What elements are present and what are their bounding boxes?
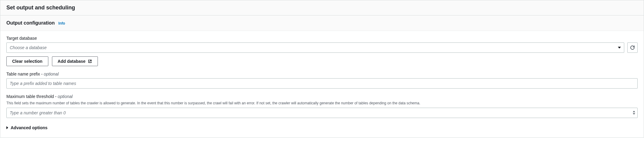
optional-text: optional [44, 72, 59, 76]
panel-title: Output configuration [6, 20, 55, 26]
max-threshold-label: Maximum table threshold - optional [6, 94, 638, 99]
target-database-placeholder: Choose a database [10, 45, 46, 50]
chevron-right-icon [6, 126, 8, 129]
table-prefix-label: Table name prefix - optional [6, 72, 638, 76]
external-link-icon [88, 59, 92, 63]
page-header: Set output and scheduling [0, 0, 644, 15]
table-prefix-input[interactable] [6, 78, 638, 89]
table-prefix-group: Table name prefix - optional [6, 72, 638, 89]
optional-text: optional [58, 94, 73, 99]
info-link[interactable]: Info [58, 21, 65, 25]
add-database-label: Add database [58, 59, 86, 64]
max-threshold-description: This field sets the maximum number of ta… [6, 101, 638, 106]
max-threshold-input[interactable] [6, 108, 638, 118]
target-database-group: Target database Choose a database Clear … [6, 36, 638, 66]
caret-down-icon [618, 47, 621, 49]
advanced-options-label: Advanced options [11, 125, 47, 130]
target-database-select-wrapper: Choose a database [6, 42, 624, 53]
number-spinner [632, 109, 636, 116]
table-prefix-label-text: Table name prefix - [6, 72, 44, 76]
page-title: Set output and scheduling [6, 5, 638, 11]
add-database-button[interactable]: Add database [52, 56, 98, 66]
output-configuration-panel: Output configuration Info Target databas… [0, 15, 644, 138]
refresh-button[interactable] [627, 42, 638, 53]
spinner-up-button[interactable] [633, 111, 635, 112]
spinner-down-button[interactable] [633, 113, 635, 115]
max-threshold-group: Maximum table threshold - optional This … [6, 94, 638, 118]
clear-selection-label: Clear selection [12, 59, 43, 64]
database-button-row: Clear selection Add database [6, 56, 638, 66]
max-threshold-input-wrapper [6, 108, 638, 118]
panel-body: Target database Choose a database Clear … [0, 31, 644, 137]
target-database-select[interactable]: Choose a database [6, 42, 624, 53]
clear-selection-button[interactable]: Clear selection [6, 56, 48, 66]
advanced-options-toggle[interactable]: Advanced options [6, 125, 638, 130]
target-database-label: Target database [6, 36, 638, 41]
panel-header: Output configuration Info [0, 15, 644, 31]
max-threshold-label-text: Maximum table threshold - [6, 94, 58, 99]
target-database-row: Choose a database [6, 42, 638, 53]
refresh-icon [630, 45, 635, 50]
